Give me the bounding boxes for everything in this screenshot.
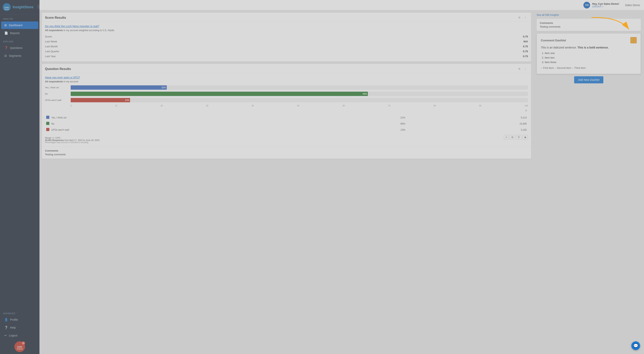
avatar: CIVIC SCIENCE 32 bbox=[14, 341, 25, 352]
sidebar-item-help[interactable]: ❔ Help bbox=[1, 324, 38, 331]
bar-track: 21% bbox=[71, 85, 528, 90]
chart-view-button[interactable]: ⊞ bbox=[510, 135, 515, 139]
chart-footer: Margin +/- 0.6% 24,301 Responses from Ap… bbox=[45, 137, 100, 144]
bar-pct: 13% bbox=[125, 99, 129, 101]
sidebar-item-dashboard[interactable]: ⊞ Dashboard bbox=[1, 21, 38, 29]
comment-dashlet-menu-button[interactable]: ⋮ bbox=[630, 37, 637, 43]
comment-dashlet-title: Comment Dashlet bbox=[541, 39, 566, 42]
table-row: Last Quarter0.75 bbox=[45, 49, 528, 54]
sidebar-item-label: Help bbox=[10, 326, 16, 329]
question-menu-button[interactable]: ⋮ bbox=[523, 67, 528, 71]
topbar-avatar: CN bbox=[584, 2, 590, 8]
dashlet-bold-text: This is a bold sentence. bbox=[578, 46, 609, 49]
bar-row: Yes, I think so! 21% bbox=[45, 85, 528, 90]
score-table: Score:0.75Last WeekN/ALast Month0.75Last… bbox=[45, 34, 528, 59]
comment-dashlet-header: Comment Dashlet ⋮ bbox=[541, 37, 637, 43]
logout-icon: ↩ bbox=[4, 334, 7, 337]
svg-text:CIVIC: CIVIC bbox=[4, 6, 9, 8]
question-link[interactable]: Have you ever seen a UFO? bbox=[45, 76, 80, 79]
topbar-user-info: Hey, Cyn Sales Demo! LOGOUT [→ bbox=[592, 2, 619, 8]
legend-row: Yes, I think so! 21% 5,214 bbox=[46, 115, 528, 120]
sidebar-item-label: Logout bbox=[9, 334, 17, 337]
dashlet-italic-text: This is an italicized sentence. bbox=[541, 46, 577, 49]
legend-swatch bbox=[46, 122, 49, 125]
svg-text:CIVIC: CIVIC bbox=[17, 346, 22, 348]
question-results-title: Question Results bbox=[45, 67, 71, 71]
right-comments-text: Testing comments bbox=[540, 25, 638, 28]
right-comments-card: Comments Testing comments bbox=[537, 19, 641, 31]
chart-view-button[interactable]: ☰ bbox=[516, 135, 522, 139]
see-all-insights-link[interactable]: See all 599 insights bbox=[537, 13, 641, 16]
chart-view-button[interactable]: ≡ bbox=[504, 135, 509, 139]
sidebar-item-label: Dashboard bbox=[9, 24, 22, 27]
list-view-button[interactable]: ≡ bbox=[524, 108, 528, 113]
legend-row: No 65% 15,905 bbox=[46, 121, 528, 127]
score-results-card: Score Results ✛ ⋮ Do you think the Loch … bbox=[42, 13, 531, 61]
chart-view-button[interactable]: ◉ bbox=[522, 135, 528, 139]
topbar-company: Sales Demo bbox=[625, 3, 640, 7]
sidebar-item-reports[interactable]: 📄 Reports bbox=[1, 29, 38, 37]
sidebar-item-segments[interactable]: ⊟ Segments bbox=[1, 52, 38, 59]
table-row: Score:0.75 bbox=[45, 34, 528, 39]
question-results-body: Have you ever seen a UFO? All respondent… bbox=[42, 73, 531, 146]
bar-label: No bbox=[45, 93, 71, 95]
add-dashlet-button[interactable]: Add New Dashlet bbox=[574, 76, 603, 83]
table-row: Last Month0.75 bbox=[45, 44, 528, 49]
right-comments-title: Comments bbox=[540, 21, 638, 24]
score-question-link[interactable]: Do you think the Loch Ness monster is re… bbox=[45, 25, 99, 28]
bar-track: 65% bbox=[71, 92, 528, 96]
bar-row: No 65% bbox=[45, 92, 528, 96]
score-results-body: Do you think the Loch Ness monster is re… bbox=[42, 22, 531, 61]
table-row: Last WeekN/A bbox=[45, 39, 528, 44]
bar-fill: 65% bbox=[71, 92, 368, 96]
segments-icon: ⊟ bbox=[4, 54, 7, 58]
score-menu-button[interactable]: ⋮ bbox=[523, 15, 528, 20]
avatar-badge: 32 bbox=[22, 341, 25, 345]
bar-fill: 21% bbox=[71, 85, 167, 90]
sidebar-item-profile[interactable]: 👤 Profile bbox=[1, 316, 38, 324]
reports-icon: 📄 bbox=[4, 31, 8, 35]
app-name: InsightStore bbox=[13, 5, 33, 9]
question-move-button[interactable]: ✛ bbox=[517, 67, 522, 71]
bar-axis: 0102030405060708090100 bbox=[45, 105, 528, 107]
bar-row: UFOs aren't real! 13% bbox=[45, 98, 528, 102]
bar-pct: 21% bbox=[162, 86, 166, 89]
analyze-section-label: ANALYZE bbox=[0, 14, 40, 21]
chart-view-buttons: ≡⊞☰◉ bbox=[504, 135, 528, 139]
sidebar-item-logout[interactable]: ↩ Logout bbox=[1, 332, 38, 339]
left-column: Score Results ✛ ⋮ Do you think the Loch … bbox=[40, 10, 534, 354]
question-results-controls: ✛ ⋮ bbox=[517, 67, 528, 71]
score-results-title: Score Results bbox=[45, 16, 66, 19]
legend-table: Yes, I think so! 21% 5,214 No 65% 15,905… bbox=[45, 114, 528, 133]
legend-swatch bbox=[46, 128, 49, 131]
legend-row: UFOs aren't real! 13% 3,182 bbox=[46, 127, 528, 133]
advanced-section-label: ADVANCED bbox=[0, 309, 40, 316]
sidebar-item-questions[interactable]: ❓ Questions bbox=[1, 44, 38, 52]
legend-swatch bbox=[46, 116, 49, 119]
explore-section-label: EXPLORE bbox=[0, 37, 40, 44]
sidebar-item-label: Segments bbox=[9, 54, 21, 57]
sidebar-logo: CIVIC SCIENCE InsightStore bbox=[0, 0, 40, 14]
sidebar-item-label: Reports bbox=[10, 31, 20, 35]
content-area: Score Results ✛ ⋮ Do you think the Loch … bbox=[40, 10, 644, 354]
bar-pct: 65% bbox=[363, 93, 367, 95]
topbar-logout[interactable]: LOGOUT [→ bbox=[592, 5, 619, 8]
score-subtitle: All respondents in my account weighted a… bbox=[45, 29, 528, 32]
table-row: Last Year0.75 bbox=[45, 54, 528, 59]
bar-fill: 13% bbox=[71, 98, 130, 102]
question-subtitle: All respondents in my account bbox=[45, 80, 528, 83]
topbar-greeting: Hey, Cyn Sales Demo! bbox=[592, 2, 619, 5]
chat-button[interactable]: 💬 bbox=[631, 341, 640, 350]
bar-label: UFOs aren't real! bbox=[45, 99, 71, 101]
main-content: CN Hey, Cyn Sales Demo! LOGOUT [→ Sales … bbox=[40, 0, 644, 354]
svg-text:SCIENCE: SCIENCE bbox=[16, 348, 23, 350]
comments-title: Comments bbox=[45, 149, 528, 152]
sidebar-item-label: Profile bbox=[10, 318, 18, 321]
score-results-controls: ✛ ⋮ bbox=[517, 15, 528, 20]
sidebar-item-label: Questions bbox=[10, 46, 22, 49]
logout-link[interactable]: LOGOUT bbox=[592, 5, 601, 8]
comments-text: Testing comments bbox=[45, 153, 528, 156]
topbar-user: CN Hey, Cyn Sales Demo! LOGOUT [→ Sales … bbox=[584, 2, 640, 8]
profile-icon: 👤 bbox=[4, 318, 8, 322]
score-move-button[interactable]: ✛ bbox=[517, 15, 522, 20]
